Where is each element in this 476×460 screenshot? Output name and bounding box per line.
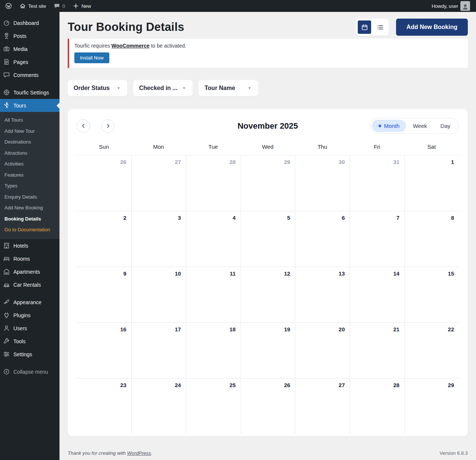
view-week-button[interactable]: Week xyxy=(406,120,434,132)
prev-month-button[interactable] xyxy=(77,119,90,133)
submenu-item-add-new-tour[interactable]: Add New Tour xyxy=(0,126,60,137)
calendar-day-cell[interactable]: 20 xyxy=(295,322,350,378)
calendar-day-cell[interactable]: 29 xyxy=(404,378,459,434)
sidebar-item-dashboard[interactable]: Dashboard xyxy=(0,16,60,29)
submenu-item-types[interactable]: Types xyxy=(0,180,60,192)
submenu-item-booking-details[interactable]: Booking Details xyxy=(0,213,60,225)
sidebar-item-car-rentals[interactable]: Car Rentals xyxy=(0,278,60,291)
calendar-day-cell[interactable]: 13 xyxy=(295,267,350,322)
sidebar-item-collapse-menu[interactable]: Collapse menu xyxy=(0,365,60,378)
calendar-day-cell[interactable]: 2 xyxy=(77,211,131,267)
calendar-day-cell[interactable]: 6 xyxy=(295,211,350,267)
submenu-item-activities[interactable]: Activities xyxy=(0,158,60,170)
wp-logo-menu[interactable] xyxy=(1,0,16,12)
list-view-button[interactable] xyxy=(373,20,387,34)
admin-bar: Test site 0 New Howdy, user xyxy=(0,0,476,12)
day-number: 1 xyxy=(451,159,454,165)
calendar-day-cell[interactable]: 18 xyxy=(186,322,241,378)
day-number: 9 xyxy=(123,270,126,277)
sidebar-item-tools[interactable]: Tools xyxy=(0,335,60,348)
next-month-button[interactable] xyxy=(101,119,115,133)
sidebar-item-tourfic-settings[interactable]: Tourfic Settings xyxy=(0,86,60,99)
site-name-menu[interactable]: Test site xyxy=(16,0,50,12)
calendar-day-cell[interactable]: 30 xyxy=(295,155,350,211)
sidebar-item-comments[interactable]: Comments xyxy=(0,68,60,81)
view-day-button[interactable]: Day xyxy=(434,120,457,132)
day-number: 25 xyxy=(229,382,236,388)
sidebar-item-apartments[interactable]: Apartments xyxy=(0,265,60,278)
calendar-day-cell[interactable]: 3 xyxy=(131,211,186,267)
submenu-item-add-new-booking[interactable]: Add New Booking xyxy=(0,202,60,213)
filter-tour-name[interactable]: Tour Name xyxy=(199,80,258,96)
add-new-booking-button[interactable]: Add New Booking xyxy=(396,19,468,36)
account-menu[interactable]: Howdy, user xyxy=(428,0,474,12)
sidebar-item-appearance[interactable]: Appearance xyxy=(0,296,60,309)
day-number: 16 xyxy=(120,326,126,332)
calendar-day-cell[interactable]: 22 xyxy=(404,322,459,378)
calendar-day-cell[interactable]: 8 xyxy=(404,211,459,267)
calendar-day-cell[interactable]: 5 xyxy=(241,211,295,267)
calendar-day-cell[interactable]: 11 xyxy=(186,267,241,322)
sidebar-item-pages[interactable]: Pages xyxy=(0,55,60,68)
sidebar-item-hotels[interactable]: Hotels xyxy=(0,239,60,252)
footer-thanks: Thank you for creating with WordPress. xyxy=(68,450,152,456)
comments-menu[interactable]: 0 xyxy=(50,0,69,12)
sidebar-item-media[interactable]: Media xyxy=(0,42,60,55)
calendar-day-cell[interactable]: 29 xyxy=(241,155,295,211)
comment-bubble-icon xyxy=(54,3,60,9)
sidebar-item-rooms[interactable]: Rooms xyxy=(0,252,60,265)
submenu-item-attractions[interactable]: Attractions xyxy=(0,148,60,159)
day-number: 30 xyxy=(339,159,345,165)
calendar-day-cell[interactable]: 7 xyxy=(350,211,404,267)
avatar-person-icon xyxy=(461,3,469,10)
day-number: 28 xyxy=(393,382,399,388)
appearance-icon xyxy=(3,299,10,306)
calendar-day-cell[interactable]: 1 xyxy=(404,155,459,211)
day-number: 14 xyxy=(393,270,399,277)
calendar-day-cell[interactable]: 12 xyxy=(241,267,295,322)
calendar-day-cell[interactable]: 16 xyxy=(77,322,131,378)
sidebar-item-plugins[interactable]: Plugins xyxy=(0,309,60,322)
calendar-day-cell[interactable]: 23 xyxy=(77,378,131,434)
day-number: 8 xyxy=(451,215,454,221)
day-number: 31 xyxy=(393,159,399,165)
submenu-item-enquiry-details[interactable]: Enquiry Details xyxy=(0,192,60,203)
plugins-icon xyxy=(3,312,10,319)
day-number: 15 xyxy=(448,270,454,277)
woocommerce-link[interactable]: WooCommerce xyxy=(112,43,149,49)
calendar-day-cell[interactable]: 19 xyxy=(241,322,295,378)
calendar-day-cell[interactable]: 17 xyxy=(131,322,186,378)
calendar-day-cell[interactable]: 25 xyxy=(186,378,241,434)
submenu-item-destinations[interactable]: Destinations xyxy=(0,136,60,148)
calendar-day-cell[interactable]: 31 xyxy=(350,155,404,211)
sidebar-item-tours[interactable]: Tours xyxy=(0,99,60,112)
footer-version: Version 6.8.3 xyxy=(440,450,468,456)
calendar-day-cell[interactable]: 4 xyxy=(186,211,241,267)
filter-order-status[interactable]: Order Status xyxy=(68,80,127,96)
sidebar-item-settings[interactable]: Settings xyxy=(0,348,60,361)
wordpress-link[interactable]: WordPress xyxy=(127,450,151,456)
calendar-day-cell[interactable]: 26 xyxy=(77,155,131,211)
calendar-day-cell[interactable]: 26 xyxy=(241,378,295,434)
new-content-menu[interactable]: New xyxy=(69,0,95,12)
sidebar-item-posts[interactable]: Posts xyxy=(0,29,60,42)
calendar-day-cell[interactable]: 15 xyxy=(404,267,459,322)
view-month-button[interactable]: Month xyxy=(372,120,406,132)
calendar-day-cell[interactable]: 24 xyxy=(131,378,186,434)
install-now-button[interactable]: Install Now xyxy=(74,52,109,63)
sidebar-item-users[interactable]: Users xyxy=(0,322,60,335)
calendar-day-cell[interactable]: 10 xyxy=(131,267,186,322)
calendar-view-button[interactable] xyxy=(358,20,371,34)
calendar-day-cell[interactable]: 27 xyxy=(131,155,186,211)
submenu-item-all-tours[interactable]: All Tours xyxy=(0,115,60,126)
calendar-day-cell[interactable]: 9 xyxy=(77,267,131,322)
calendar-day-cell[interactable]: 21 xyxy=(350,322,404,378)
submenu-item-go-to-documentation[interactable]: Go to Documentation xyxy=(0,224,60,235)
calendar-day-cell[interactable]: 14 xyxy=(350,267,404,322)
calendar-day-cell[interactable]: 27 xyxy=(295,378,350,434)
calendar-day-cell[interactable]: 28 xyxy=(186,155,241,211)
calendar-day-cell[interactable]: 28 xyxy=(350,378,404,434)
submenu-item-features[interactable]: Features xyxy=(0,170,60,181)
filter-checked-in[interactable]: Checked in ... xyxy=(133,80,193,96)
header-actions: Add New Booking xyxy=(356,19,468,36)
